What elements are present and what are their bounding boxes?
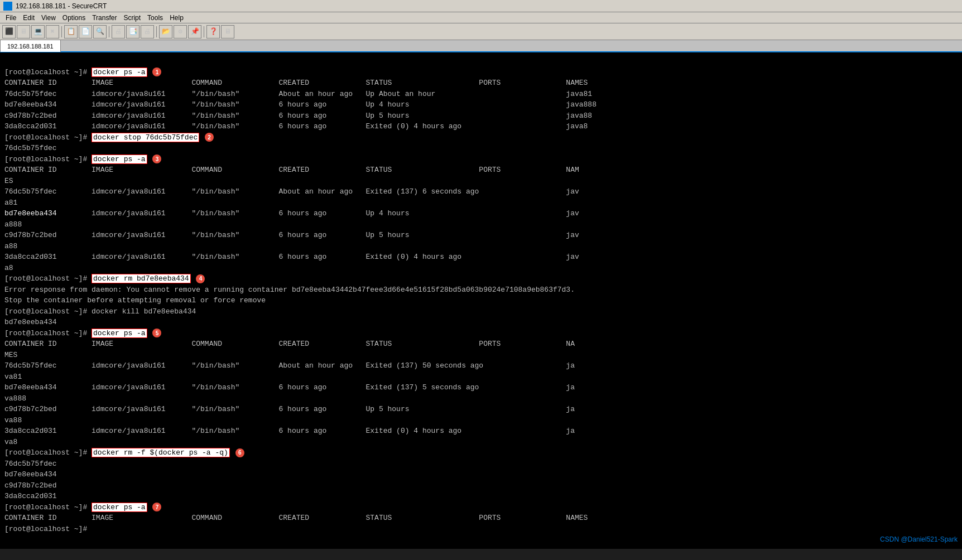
cmd-box-3: docker ps -a xyxy=(92,155,147,164)
prompt-7: [root@localhost ~]# docker ps -a 7 xyxy=(4,503,161,511)
menu-edit[interactable]: Edit xyxy=(20,14,38,22)
prompt-2: [root@localhost ~]# docker stop 76dc5b75… xyxy=(4,133,214,142)
toolbar-btn-4[interactable]: ✖ xyxy=(46,25,59,38)
header-row-1: CONTAINER ID IMAGE COMMAND CREATED STATU… xyxy=(4,79,588,87)
toolbar-sep-4 xyxy=(204,26,204,37)
cmd-box-4: docker rm bd7e8eeba434 xyxy=(92,274,191,283)
badge-5: 5 xyxy=(152,329,161,337)
header-row-3: CONTAINER ID IMAGE COMMAND CREATED STATU… xyxy=(4,340,575,348)
data-row-8b: a8 xyxy=(4,264,13,272)
prompt-5: [root@localhost ~]# docker ps -a 5 xyxy=(4,329,161,337)
toolbar-sep-3 xyxy=(156,26,157,37)
data-row-8: 3da8cca2d031 idmcore/java8u161 "/bin/bas… xyxy=(4,253,579,261)
header-row-2b: ES xyxy=(4,177,13,185)
badge-1: 1 xyxy=(152,67,161,76)
tab-session[interactable]: 192.168.188.181 xyxy=(0,40,61,52)
data-row-5: 76dc5b75fdec idmcore/java8u161 "/bin/bas… xyxy=(4,187,579,196)
data-row-11b: va88 xyxy=(4,416,22,424)
error-2: Stop the container before attempting rem… xyxy=(4,296,266,305)
app-icon xyxy=(3,2,12,11)
title-text: 192.168.188.181 - SecureCRT xyxy=(16,2,107,10)
menu-file[interactable]: File xyxy=(2,14,20,22)
data-row-4: 3da8cca2d031 idmcore/java8u161 "/bin/bas… xyxy=(4,122,588,131)
menu-view[interactable]: View xyxy=(38,14,59,22)
cmd-box-5: docker ps -a xyxy=(92,329,147,338)
output-4: bd7e8eeba434 xyxy=(4,470,57,479)
data-row-6: bd7e8eeba434 idmcore/java8u161 "/bin/bas… xyxy=(4,209,579,218)
error-1: Error response from daemon: You cannot r… xyxy=(4,286,575,294)
menu-transfer[interactable]: Transfer xyxy=(89,14,120,22)
data-row-5b: a81 xyxy=(4,199,17,207)
toolbar-btn-15[interactable]: 🖥 xyxy=(221,25,234,38)
cmd-box-2: docker stop 76dc5b75fdec xyxy=(92,133,199,142)
data-row-2: bd7e8eeba434 idmcore/java8u161 "/bin/bas… xyxy=(4,100,597,109)
cmd-box-7: docker ps -a xyxy=(92,503,147,512)
menu-help[interactable]: Help xyxy=(166,14,187,22)
toolbar-btn-8[interactable]: 🖨 xyxy=(112,25,125,38)
output-5: c9d78b7c2bed xyxy=(4,481,57,490)
menu-script[interactable]: Script xyxy=(120,14,144,22)
badge-2: 2 xyxy=(205,133,214,142)
toolbar: ⬛ 🖥 💻 ✖ 📋 📄 🔍 🖨 📑 🖨 📂 ⚙ 📌 ❓ 🖥 xyxy=(0,23,962,40)
header-row-2: CONTAINER ID IMAGE COMMAND CREATED STATU… xyxy=(4,166,579,174)
toolbar-btn-6[interactable]: 📄 xyxy=(79,25,92,38)
toolbar-btn-5[interactable]: 📋 xyxy=(64,25,78,38)
toolbar-btn-2[interactable]: 🖥 xyxy=(17,25,30,38)
header-row-4: CONTAINER ID IMAGE COMMAND CREATED STATU… xyxy=(4,514,588,522)
data-row-10b: va888 xyxy=(4,394,26,403)
data-row-12b: va8 xyxy=(4,438,17,446)
data-row-9b: va81 xyxy=(4,373,22,381)
data-row-7b: a88 xyxy=(4,242,17,250)
final-prompt: [root@localhost ~]# xyxy=(4,525,92,533)
toolbar-btn-7[interactable]: 🔍 xyxy=(93,25,107,38)
toolbar-sep-2 xyxy=(109,26,109,37)
plain-cmd-1: [root@localhost ~]# docker kill bd7e8eeb… xyxy=(4,307,196,316)
toolbar-btn-11[interactable]: 📂 xyxy=(159,25,172,38)
tab-bar: 192.168.188.181 xyxy=(0,40,962,52)
output-6: 3da8cca2d031 xyxy=(4,492,57,500)
cmd-box-6: docker rm -f $(docker ps -a -q) xyxy=(92,448,230,457)
toolbar-btn-12[interactable]: ⚙ xyxy=(174,25,187,38)
toolbar-sep-1 xyxy=(61,26,62,37)
prompt-1: [root@localhost ~]# docker ps -a 1 xyxy=(4,68,161,76)
output-3: 76dc5b75fdec xyxy=(4,460,57,468)
tab-label: 192.168.188.181 xyxy=(7,43,54,50)
toolbar-btn-10[interactable]: 🖨 xyxy=(141,25,154,38)
prompt-3: [root@localhost ~]# docker ps -a 3 xyxy=(4,155,161,163)
prompt-6: [root@localhost ~]# docker rm -f $(docke… xyxy=(4,448,244,457)
terminal: [root@localhost ~]# docker ps -a 1 CONTA… xyxy=(0,52,962,549)
output-2: bd7e8eeba434 xyxy=(4,318,57,326)
data-row-3: c9d78b7c2bed idmcore/java8u161 "/bin/bas… xyxy=(4,112,592,120)
badge-7: 7 xyxy=(152,503,161,511)
toolbar-btn-14[interactable]: ❓ xyxy=(206,25,220,38)
toolbar-btn-3[interactable]: 💻 xyxy=(31,25,45,38)
badge-4: 4 xyxy=(196,274,205,283)
title-bar: 192.168.188.181 - SecureCRT xyxy=(0,0,962,12)
output-1: 76dc5b75fdec xyxy=(4,144,57,152)
data-row-7: c9d78b7c2bed idmcore/java8u161 "/bin/bas… xyxy=(4,231,579,239)
data-row-6b: a888 xyxy=(4,220,22,229)
toolbar-btn-1[interactable]: ⬛ xyxy=(2,25,16,38)
menu-tools[interactable]: Tools xyxy=(144,14,166,22)
watermark: CSDN @Daniel521-Spark xyxy=(880,534,958,544)
cmd-box-1: docker ps -a xyxy=(92,67,147,77)
badge-6: 6 xyxy=(235,448,244,457)
toolbar-btn-13[interactable]: 📌 xyxy=(188,25,201,38)
data-row-12: 3da8cca2d031 idmcore/java8u161 "/bin/bas… xyxy=(4,427,575,435)
data-row-11: c9d78b7c2bed idmcore/java8u161 "/bin/bas… xyxy=(4,405,575,413)
data-row-9: 76dc5b75fdec idmcore/java8u161 "/bin/bas… xyxy=(4,361,575,370)
badge-3: 3 xyxy=(152,155,161,163)
prompt-4: [root@localhost ~]# docker rm bd7e8eeba4… xyxy=(4,274,205,283)
menu-options[interactable]: Options xyxy=(59,14,89,22)
data-row-1: 76dc5b75fdec idmcore/java8u161 "/bin/bas… xyxy=(4,90,592,98)
menu-bar: File Edit View Options Transfer Script T… xyxy=(0,12,962,23)
toolbar-btn-9[interactable]: 📑 xyxy=(126,25,140,38)
header-row-3b: MES xyxy=(4,351,17,359)
data-row-10: bd7e8eeba434 idmcore/java8u161 "/bin/bas… xyxy=(4,383,575,392)
